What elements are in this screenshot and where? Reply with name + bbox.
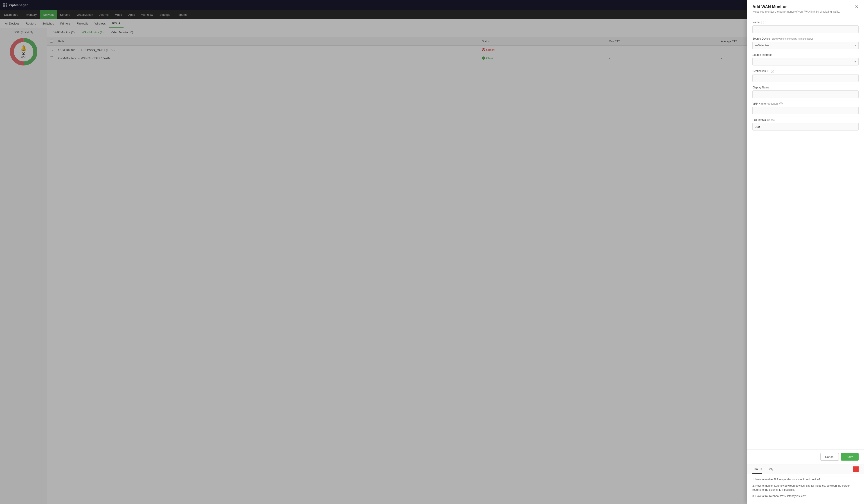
save-button[interactable]: Save [841,453,859,460]
panel-subtitle: Helps you monitor the performance of you… [752,10,840,13]
panel-footer: Cancel Save [747,449,864,464]
source-interface-select-wrap: ▼ [752,58,859,65]
howto-tabs: How To FAQ − [747,464,864,474]
source-interface-field-group: Source Interface ▼ [752,53,859,65]
poll-interval-field-group: Poll Interval (in sec) [752,118,859,131]
poll-interval-input[interactable] [752,123,859,131]
howto-collapse-button[interactable]: − [853,466,859,472]
panel-close-button[interactable]: ✕ [855,4,859,9]
name-help-icon[interactable]: ? [761,21,764,24]
poll-interval-label: Poll Interval (in sec) [752,118,859,121]
vrf-name-help-icon[interactable]: ? [779,102,782,105]
panel-overlay[interactable] [0,0,864,504]
panel-header: Add WAN Monitor Helps you monitor the pe… [747,0,864,16]
vrf-name-field-group: VRF Name (optional) ? [752,102,859,115]
name-field-group: Name ? [752,21,859,33]
display-name-input[interactable] [752,91,859,98]
name-input[interactable] [752,25,859,33]
source-device-label: Source Device (SNMP write community is m… [752,37,859,40]
howto-tab-faq[interactable]: FAQ [767,464,773,473]
add-wan-monitor-panel: Add WAN Monitor Helps you monitor the pe… [747,0,864,504]
panel-title: Add WAN Monitor [752,4,840,9]
source-device-select-wrap: ---Select--- ▼ [752,41,859,49]
source-interface-label: Source Interface [752,53,859,57]
cancel-button[interactable]: Cancel [820,453,839,460]
destination-ip-input[interactable] [752,74,859,82]
destination-ip-help-icon[interactable]: ? [771,70,774,73]
howto-item-3: 3. How to troubleshoot WAN latency issue… [752,494,859,498]
display-name-field-group: Display Name [752,86,859,98]
howto-item-1: 1. How to enable SLA responder on a moni… [752,478,859,481]
panel-body: Name ? Source Device (SNMP write communi… [747,16,864,449]
display-name-label: Display Name [752,86,859,89]
howto-body: 1. How to enable SLA responder on a moni… [747,474,864,504]
destination-ip-field-group: Destination IP ? [752,70,859,82]
howto-tab-howto[interactable]: How To [752,464,762,473]
vrf-name-label: VRF Name (optional) ? [752,102,859,106]
vrf-name-input[interactable] [752,107,859,114]
howto-item-2: 2. How to monitor Latency between device… [752,484,859,492]
name-label: Name ? [752,21,859,24]
source-device-field-group: Source Device (SNMP write community is m… [752,37,859,49]
source-interface-select[interactable] [752,58,859,65]
source-device-select[interactable]: ---Select--- [752,41,859,49]
howto-section: How To FAQ − 1. How to enable SLA respon… [747,464,864,504]
destination-ip-label: Destination IP ? [752,70,859,73]
